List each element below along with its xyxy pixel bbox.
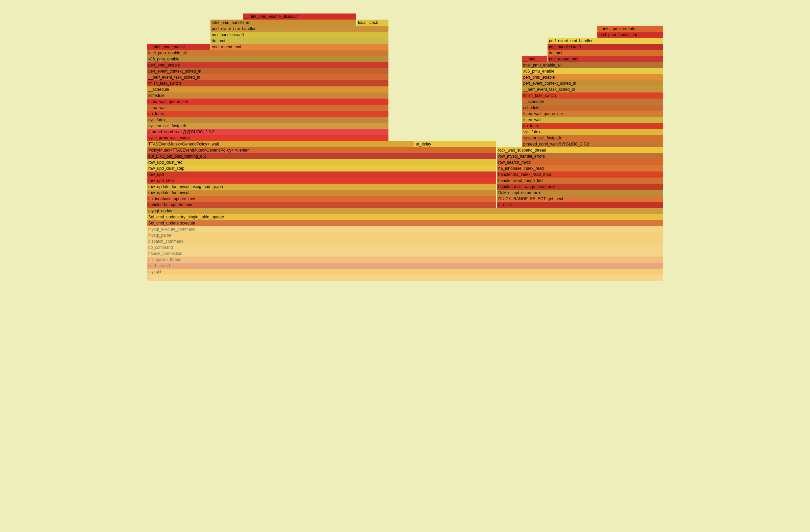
frame-all[interactable]: all [147,275,663,281]
frame-finish-task-switch[interactable]: finish_task_switch [147,80,388,86]
frame-schedule[interactable]: schedule [147,93,388,99]
frame-futex-wait-queue-me[interactable]: futex_wait_queue_me [522,111,663,117]
frame-nmi-handle-isra-0[interactable]: nmi_handle.isra.0 [548,44,663,50]
frame-dispatch-command[interactable]: dispatch_command [147,238,663,244]
frame-buf-lru-buf-pool-running-out[interactable]: buf_LRU_buf_pool_running_out [147,153,496,159]
frame-perf-event-context-sched-in[interactable]: perf_event_context_sched_in [147,68,388,74]
frame-system-call-fastpath[interactable]: system_call_fastpath [147,123,388,129]
frame-handler-ha-update-row[interactable]: handler::ha_update_row [147,202,496,208]
frame-handler-ha-index-read-map[interactable]: handler::ha_index_read_map [497,171,663,178]
frame--intel-pmu-enable-all-isra-7[interactable]: __intel_pmu_enable_all.isra.7 [243,14,356,20]
frame-ttaseventmutex-genericpolicy-wait[interactable]: TTASEventMutex<GenericPolicy>::wait [147,141,414,147]
frame-end-repeat-nmi[interactable]: end_repeat_nmi [548,56,663,62]
frame-do-futex[interactable]: do_futex [147,111,388,117]
frame-intel-pmu-enable-all[interactable]: intel_pmu_enable_all [147,50,388,56]
frame-nmi-handle-isra-0[interactable]: nmi_handle.isra.0 [210,32,388,38]
frame-pthread-cond-wait-glibc-2-3-2[interactable]: pthread_cond_wait@@GLIBC_2.3.2 [522,141,663,147]
frame-x86-pmu-enable[interactable]: x86_pmu_enable [147,56,388,62]
frame-perf-pmu-enable[interactable]: perf_pmu_enable [147,62,388,68]
frame-end-repeat-nmi[interactable]: end_repeat_nmi [210,44,388,50]
frame-do-nmi[interactable]: do_nmi [548,50,663,56]
frame-sys-futex[interactable]: sys_futex [522,129,663,135]
frame-row-upd-clust-rec[interactable]: row_upd_clust_rec [147,159,496,165]
frame--intel-pmu-enable-[interactable]: __intel_pmu_enable_.. [597,26,663,32]
frame-sync-array-wait-event[interactable]: sync_array_wait_event [147,135,388,141]
frame-sql-cmd-update-try-single-table-update[interactable]: Sql_cmd_update::try_single_table_update [147,214,663,220]
frame-quick-range-select-get-next[interactable]: QUICK_RANGE_SELECT::get_next [497,196,663,202]
frame-perf-event-nmi-handler[interactable]: perf_event_nmi_handler [210,26,388,32]
frame-do-nmi[interactable]: do_nmi [210,38,388,44]
frame-x86-pmu-enable[interactable]: x86_pmu_enable [522,68,663,74]
frame-row-upd-step[interactable]: row_upd_step [147,178,496,184]
frame-perf-pmu-enable[interactable]: perf_pmu_enable [522,74,663,80]
frame-row-upd-clust-step[interactable]: row_upd_clust_step [147,165,496,171]
frame-mysql-parse[interactable]: mysql_parse [147,232,663,238]
frame-ha-innobase-index-read[interactable]: ha_innobase::index_read [497,165,663,171]
frame-handle-connection[interactable]: handle_connection [147,250,663,256]
frame-pthread-cond-wait-glibc-2-3-2[interactable]: pthread_cond_wait@@GLIBC_2.3.2 [147,129,388,135]
frame-local-clock[interactable]: local_clock [357,20,388,26]
flamegraph[interactable]: allmysqldstart_threadpfs_spawn_threadhan… [142,0,668,291]
frame-mysql-execute-command[interactable]: mysql_execute_command [147,226,663,232]
frame-perf-event-context-sched-in[interactable]: perf_event_context_sched_in [522,80,663,86]
frame-mysqld[interactable]: mysqld [147,269,663,275]
frame-system-call-fastpath[interactable]: system_call_fastpath [522,135,663,141]
frame-row-update-for-mysql[interactable]: row_update_for_mysql [147,190,496,196]
frame--schedule[interactable]: __schedule [522,99,663,105]
frame-ha-innobase-update-row[interactable]: ha_innobase::update_row [147,196,496,202]
frame-finish-task-switch[interactable]: finish_task_switch [522,93,663,99]
frame-row-update-for-mysql-using-upd-graph[interactable]: row_update_for_mysql_using_upd_graph [147,184,496,190]
frame-row-search-mvcc[interactable]: row_search_mvcc [497,159,663,165]
frame-lock-wait-suspend-thread[interactable]: lock_wait_suspend_thread [497,147,663,153]
frame-futex-wait-queue-me[interactable]: futex_wait_queue_me [147,99,388,105]
frame--perf-event-task-sched-in[interactable]: __perf_event_task_sched_in [147,74,388,80]
frame-ut-delay[interactable]: ut_delay [415,141,496,147]
frame-row-mysql-handle-errors[interactable]: row_mysql_handle_errors [497,153,663,159]
frame-intel-pmu-handle-irq[interactable]: intel_pmu_handle_irq [210,20,356,26]
frame-sys-futex[interactable]: sys_futex [147,117,388,123]
frame-intel-pmu-enable-all[interactable]: intel_pmu_enable_all [522,62,663,68]
frame-do-command[interactable]: do_command [147,244,663,250]
frame-perf-event-nmi-handler[interactable]: perf_event_nmi_handler [548,38,663,44]
frame-handler-multi-range-read-next[interactable]: handler::multi_range_read_next [497,184,663,190]
frame-intel-pmu-handle-irq[interactable]: intel_pmu_handle_irq [597,32,663,38]
frame-futex-wait[interactable]: futex_wait [147,105,388,111]
frame-start-thread[interactable]: start_thread [147,263,663,269]
frame-rr-quick[interactable]: rr_quick [497,202,663,208]
frame-handler-read-range-first[interactable]: handler::read_range_first [497,178,663,184]
frame-mysql-update[interactable]: mysql_update [147,208,663,214]
frame--schedule[interactable]: __schedule [147,86,388,93]
frame--intel-[interactable]: __intel_.. [522,56,547,62]
frame-futex-wait[interactable]: futex_wait [522,117,663,123]
frame-pfs-spawn-thread[interactable]: pfs_spawn_thread [147,256,663,263]
frame-dsmrr-impl-dsmrr-next[interactable]: DsMrr_impl::dsmrr_next [497,190,663,196]
frame-row-upd[interactable]: row_upd [147,171,496,178]
frame-sql-cmd-update-execute[interactable]: Sql_cmd_update::execute [147,220,663,226]
frame-do-futex[interactable]: do_futex [522,123,663,129]
frame--perf-event-task-sched-in[interactable]: __perf_event_task_sched_in [522,86,663,93]
frame-policymutex-ttaseventmutex-genericpolicy-enter[interactable]: PolicyMutex<TTASEventMutex<GenericPolicy… [147,147,496,153]
frame-schedule[interactable]: schedule [522,105,663,111]
frame--intel-pmu-enable-[interactable]: __intel_pmu_enable_.. [147,44,210,50]
